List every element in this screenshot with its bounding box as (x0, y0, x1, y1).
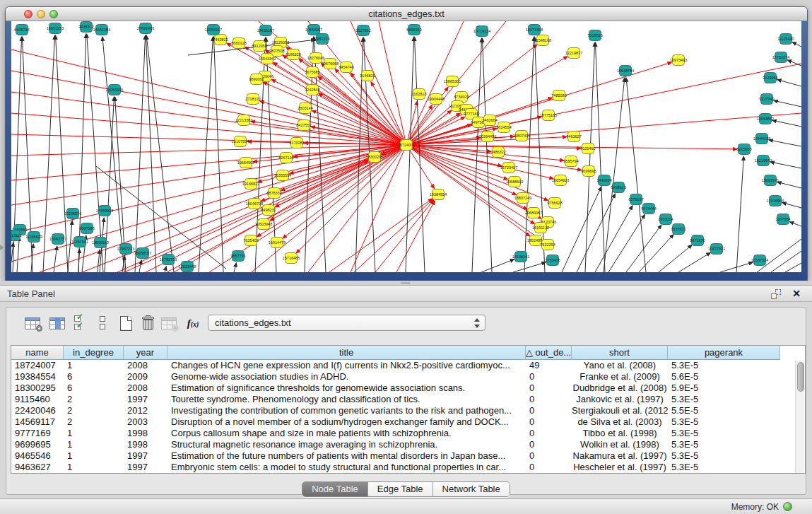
citation-edge-black[interactable] (135, 35, 146, 272)
network-node-1167534[interactable]: 1167534 (775, 214, 790, 225)
network-node-9463627[interactable]: 9463627 (566, 132, 581, 142)
network-node-7515526[interactable]: 7515526 (587, 30, 602, 41)
network-node-8498232[interactable]: 8498232 (261, 205, 276, 216)
cell-in_degree[interactable]: 2 (64, 394, 124, 405)
network-node-7625402[interactable]: 7625402 (243, 235, 258, 246)
network-node-10973493[interactable]: 10973493 (670, 55, 687, 66)
citation-edge-red[interactable] (260, 101, 406, 145)
citation-edge-red[interactable] (354, 199, 433, 272)
network-node-16958107[interactable]: 16958107 (134, 248, 151, 259)
network-node-19435167[interactable]: 19435167 (257, 25, 274, 36)
cell-year[interactable]: 1997 (124, 462, 167, 473)
cell-out_degree[interactable]: 0 (526, 371, 572, 382)
citation-edge-red[interactable] (40, 145, 406, 272)
network-node-8215958[interactable]: 8215958 (736, 144, 751, 155)
network-node-10807496[interactable]: 10807496 (513, 131, 530, 141)
cell-out_degree[interactable]: 0 (526, 405, 572, 416)
network-node-11548108[interactable]: 11548108 (534, 35, 551, 46)
network-node-9242848[interactable]: 9242848 (305, 85, 319, 95)
network-node-3675685[interactable]: 3675685 (305, 67, 319, 78)
network-node-15751074[interactable]: 15751074 (772, 52, 789, 63)
network-node-9756928[interactable]: 9756928 (547, 198, 562, 209)
cell-short[interactable]: Yano et al. (2008) (572, 360, 668, 371)
network-node-7522254[interactable]: 7522254 (540, 240, 555, 250)
network-node-18775165[interactable]: 18775165 (540, 110, 557, 121)
divider-grip[interactable] (401, 282, 411, 284)
network-node-19904448[interactable]: 19904448 (428, 94, 445, 105)
network-node-20364456[interactable]: 20364456 (479, 132, 496, 142)
table-row[interactable]: 977716911998Corpus callosum shape and si… (11, 428, 805, 439)
network-node-21053346[interactable]: 21053346 (106, 85, 123, 95)
network-node-20684067[interactable]: 20684067 (525, 208, 542, 218)
network-node-3913111[interactable]: 3913111 (11, 230, 21, 241)
network-node-10477321[interactable]: 10477321 (708, 244, 725, 255)
network-node-19351273[interactable]: 19351273 (47, 23, 64, 34)
cell-name[interactable]: 9699695 (11, 439, 64, 450)
cell-title[interactable]: Corpus callosum shape and size in male p… (167, 428, 526, 439)
citation-edge-black[interactable] (782, 203, 801, 208)
cell-name[interactable]: 9465546 (11, 450, 64, 462)
table-row[interactable]: 1872400712008Changes of HCN gene express… (11, 360, 805, 371)
node-table[interactable]: namein_degreeyeartitle△ out_de...shortpa… (11, 345, 806, 474)
cell-name[interactable]: 14569117 (11, 416, 64, 428)
network-node-27691406[interactable]: 27691406 (137, 23, 154, 34)
cell-in_degree[interactable]: 1 (64, 439, 124, 450)
network-node-9227349[interactable]: 9227349 (759, 94, 774, 105)
column-header-short[interactable]: short (572, 346, 668, 360)
table-source-select[interactable]: citations_edges.txt (208, 315, 486, 331)
citation-edge-black[interactable] (102, 37, 124, 272)
network-node-2803144[interactable]: 2803144 (298, 103, 312, 114)
function-builder-icon[interactable]: f(x) (183, 313, 203, 333)
float-panel-icon[interactable] (771, 289, 781, 299)
select-column-icon[interactable] (47, 313, 67, 333)
network-node-19166827[interactable]: 19166827 (242, 179, 259, 189)
citation-edge-black[interactable] (626, 78, 646, 272)
citation-edge-black[interactable] (54, 246, 57, 272)
cell-year[interactable]: 1998 (124, 428, 167, 439)
network-node-8660128[interactable]: 8660128 (231, 38, 246, 49)
network-node-4170081[interactable]: 4170081 (289, 138, 304, 148)
cell-pagerank[interactable]: 5.5E-5 (668, 405, 780, 416)
network-node-15885301[interactable]: 15885301 (444, 76, 461, 87)
network-node-16151132[interactable]: 16151132 (532, 223, 549, 233)
cell-name[interactable]: 9777169 (11, 428, 64, 439)
citation-edge-red[interactable] (271, 79, 406, 145)
citation-edge-red[interactable] (329, 199, 433, 272)
cell-out_degree[interactable]: 0 (526, 428, 572, 439)
cell-name[interactable]: 9115460 (11, 394, 64, 405)
network-node-18724007[interactable]: 18724007 (398, 140, 415, 151)
cell-title[interactable]: Disruption of a novel member of a sodium… (167, 416, 526, 428)
network-node-7486322[interactable]: 7486322 (490, 147, 505, 158)
column-visibility-icon[interactable]: ✓✓ (70, 313, 90, 333)
citation-edge-red[interactable] (11, 113, 406, 145)
citation-edge-black[interactable] (785, 263, 801, 272)
network-node-8466160[interactable]: 8466160 (406, 25, 421, 35)
network-node-7632621[interactable]: 7632621 (671, 224, 686, 235)
network-node-17016504[interactable]: 17016504 (767, 196, 784, 206)
network-node-15720407[interactable]: 15720407 (500, 163, 517, 173)
network-node-19654908[interactable]: 19654908 (237, 158, 254, 168)
network-node-7463822[interactable]: 7463822 (213, 35, 228, 45)
tab-node-table[interactable]: Node Table (302, 482, 367, 496)
cell-pagerank[interactable]: 5.3E-5 (668, 450, 780, 462)
network-node-8912954[interactable]: 8912954 (252, 41, 266, 52)
network-node-9097588[interactable]: 9097588 (79, 223, 94, 234)
citation-edge-black[interactable] (678, 252, 710, 272)
network-node-19384554[interactable]: 19384554 (430, 189, 447, 200)
citation-edge-red[interactable] (319, 93, 406, 145)
cell-year[interactable]: 2008 (124, 360, 167, 371)
network-node-11125440[interactable]: 11125440 (777, 34, 794, 45)
cell-title[interactable]: Estimation of the future numbers of pati… (167, 450, 526, 462)
network-node-15942757[interactable]: 15942757 (49, 234, 66, 245)
table-body[interactable]: 1872400712008Changes of HCN gene express… (11, 360, 805, 473)
citation-edge-black[interactable] (577, 194, 616, 272)
network-node-13505115[interactable]: 13505115 (92, 238, 109, 248)
network-node-9595794[interactable]: 9595794 (563, 156, 578, 167)
citation-edge-black[interactable] (482, 38, 492, 272)
cell-name[interactable]: 9463627 (11, 462, 64, 473)
column-header-pagerank[interactable]: pagerank (668, 346, 780, 360)
column-header-title[interactable]: title (167, 346, 526, 360)
citation-edge-red[interactable] (11, 145, 406, 233)
network-node-1733426[interactable]: 1733426 (545, 255, 560, 266)
citation-edge-black[interactable] (626, 225, 661, 272)
